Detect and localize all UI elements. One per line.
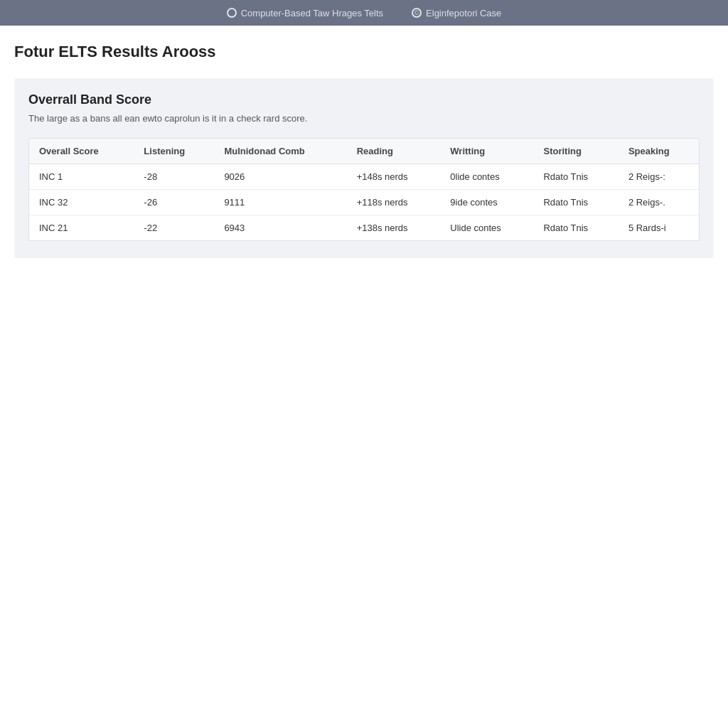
page-title: Fotur ELTS Results Arooss <box>14 43 714 61</box>
col-mulnidonad: Mulnidonad Comb <box>214 139 346 164</box>
table-row: INC 21-226943+138s nerdsUlide contesRdat… <box>29 215 699 241</box>
col-speaking: Speaking <box>619 139 699 164</box>
cell-row2-col0: INC 21 <box>29 215 134 241</box>
nav-item-2-label: Elginfepotori Case <box>426 8 501 18</box>
cell-row0-col0: INC 1 <box>29 164 134 190</box>
cell-row2-col4: Ulide contes <box>440 215 533 241</box>
cell-row2-col3: +138s nerds <box>347 215 441 241</box>
cell-row1-col5: Rdato Tnis <box>533 190 618 215</box>
nav-item-1[interactable]: Computer-Based Taw Hrages Telts <box>227 8 383 18</box>
col-reading: Reading <box>347 139 441 164</box>
cell-row1-col4: 9ide contes <box>440 190 533 215</box>
top-nav: Computer-Based Taw Hrages Telts © Elginf… <box>0 0 728 26</box>
nav-item-2[interactable]: © Elginfepotori Case <box>412 8 501 18</box>
results-table: Overall Score Listening Mulnidonad Comb … <box>29 139 699 240</box>
cell-row0-col5: Rdato Tnis <box>533 164 618 190</box>
circle-icon <box>227 8 237 18</box>
cell-row2-col2: 6943 <box>214 215 346 241</box>
nav-item-1-label: Computer-Based Taw Hrages Telts <box>241 8 383 18</box>
cell-row1-col1: -26 <box>134 190 214 215</box>
table-row: INC 1-289026+148s nerds0lide contesRdato… <box>29 164 699 190</box>
cell-row1-col0: INC 32 <box>29 190 134 215</box>
overall-band-section: Overrall Band Score The large as a bans … <box>14 78 714 258</box>
cell-row2-col6: 5 Rards-i <box>619 215 699 241</box>
table-row: INC 32-269111+118s nerds9ide contesRdato… <box>29 190 699 215</box>
cell-row2-col1: -22 <box>134 215 214 241</box>
section-description: The large as a bans all ean ewto caprolu… <box>28 113 700 124</box>
col-storiting: Storiting <box>533 139 618 164</box>
table-body: INC 1-289026+148s nerds0lide contesRdato… <box>29 164 699 241</box>
cell-row2-col5: Rdato Tnis <box>533 215 618 241</box>
col-listening: Listening <box>134 139 214 164</box>
col-writting: Writting <box>440 139 533 164</box>
cell-row0-col2: 9026 <box>214 164 346 190</box>
section-title: Overrall Band Score <box>28 92 700 107</box>
table-header: Overall Score Listening Mulnidonad Comb … <box>29 139 699 164</box>
cell-row0-col4: 0lide contes <box>440 164 533 190</box>
cell-row0-col3: +148s nerds <box>347 164 441 190</box>
cell-row1-col3: +118s nerds <box>347 190 441 215</box>
cell-row1-col6: 2 Reigs-. <box>619 190 699 215</box>
cell-row0-col1: -28 <box>134 164 214 190</box>
cell-row1-col2: 9111 <box>214 190 346 215</box>
table-header-row: Overall Score Listening Mulnidonad Comb … <box>29 139 699 164</box>
results-table-wrapper: Overall Score Listening Mulnidonad Comb … <box>28 138 700 241</box>
col-overall-score: Overall Score <box>29 139 134 164</box>
page-content: Fotur ELTS Results Arooss Overrall Band … <box>0 26 728 287</box>
cell-row0-col6: 2 Reigs-: <box>619 164 699 190</box>
copyright-icon: © <box>412 8 422 18</box>
